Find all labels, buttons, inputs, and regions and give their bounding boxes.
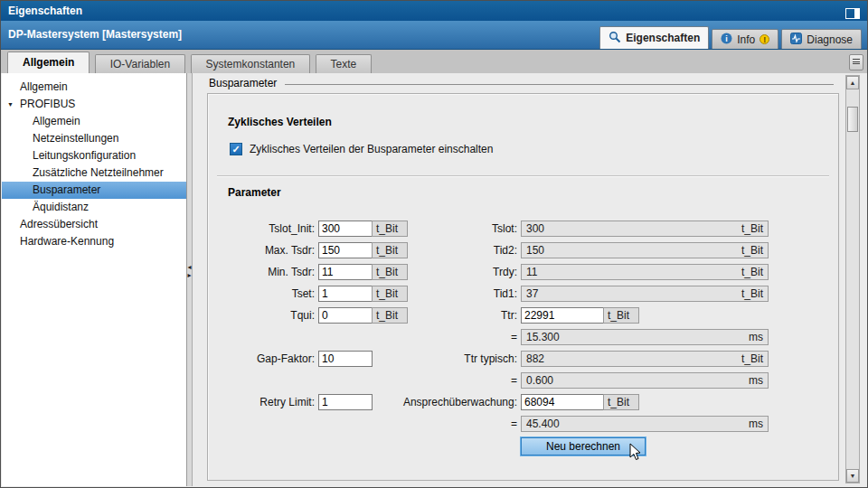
- ansprech-ms-field: 45.400ms: [521, 416, 769, 432]
- header-bar: DP-Mastersystem [Mastersystem] Eigenscha…: [1, 21, 867, 50]
- field-label: Tslot:: [353, 219, 517, 239]
- field-value: 882: [526, 352, 544, 365]
- unit-label: t_Bit: [741, 352, 763, 365]
- field-value: 37: [526, 287, 538, 300]
- field-label: Tqui:: [217, 305, 315, 325]
- tree-item-label: Leitungskonfiguration: [33, 149, 136, 162]
- cyclic-heading: Zyklisches Verteilen: [228, 116, 332, 128]
- field-label: Tset:: [217, 284, 315, 304]
- field-label: Trdy:: [353, 262, 517, 282]
- tree-item-netzeinstellungen[interactable]: Netzeinstellungen: [2, 130, 186, 147]
- tab-eigenschaften-label: Eigenschaften: [626, 32, 700, 44]
- unit-label: ms: [749, 374, 763, 387]
- param-row: Neu berechnen: [217, 436, 829, 457]
- field-label: Ansprechüberwachung:: [353, 392, 517, 412]
- options-icon: [853, 59, 860, 64]
- param-row: = 45.400ms: [217, 414, 829, 436]
- title-bar: Eigenschaften: [1, 1, 867, 21]
- header-tab-group: Eigenschaften i Info ! Diagnose: [597, 26, 862, 49]
- tree-item-leitungskonfiguration[interactable]: Leitungskonfiguration: [2, 147, 186, 164]
- tree-item-label: Busparameter: [33, 183, 100, 196]
- tree-item-adressuebersicht[interactable]: Adressübersicht: [2, 216, 186, 233]
- field-label: Gap-Faktor:: [217, 349, 315, 369]
- vertical-scrollbar[interactable]: ▲ ▼: [845, 75, 860, 483]
- tab-io-variablen-label: IO-Variablen: [110, 58, 170, 70]
- tab-allgemein-label: Allgemein: [23, 56, 74, 69]
- tab-texte-label: Texte: [331, 58, 357, 70]
- param-row: Retry Limit: Ansprechüberwachung: t_Bit: [217, 392, 829, 414]
- splitter-collapse-icon[interactable]: ◂▸: [186, 263, 193, 279]
- param-row: Max. Tsdr: t_Bit Tid2: 150t_Bit: [217, 240, 829, 262]
- unit-label: t_Bit: [741, 287, 763, 300]
- field-value: 11: [526, 266, 537, 278]
- unit-label: t_Bit: [741, 266, 763, 278]
- param-row: = 15.300ms: [217, 327, 829, 349]
- ansprechueberwachung-input[interactable]: [521, 394, 604, 410]
- window-title: Eigenschaften: [8, 5, 82, 17]
- tree-item-profibus-allgemein[interactable]: Allgemein: [2, 113, 186, 130]
- field-value: 300: [526, 222, 544, 235]
- section-title: Busparameter: [209, 77, 277, 89]
- diagnose-icon: [790, 33, 802, 47]
- param-row: Tqui: t_Bit Ttr: t_Bit: [217, 305, 829, 327]
- field-label: Tslot_Init:: [217, 219, 315, 239]
- tab-strip: Allgemein IO-Variablen Systemkonstanten …: [1, 50, 867, 73]
- field-value: 45.400: [526, 418, 560, 430]
- tab-allgemein[interactable]: Allgemein: [7, 52, 90, 73]
- tab-diagnose-label: Diagnose: [807, 33, 853, 46]
- tree-item-label: Netzeinstellungen: [33, 132, 118, 145]
- magnifier-icon: [609, 31, 621, 46]
- field-label: =: [353, 327, 517, 347]
- field-label: =: [353, 414, 517, 434]
- unit-label: t_Bit: [741, 244, 763, 257]
- neu-berechnen-button[interactable]: Neu berechnen: [521, 437, 646, 455]
- tree-item-zusaetzliche-netzteilnehmer[interactable]: Zusätzliche Netzteilnehmer: [2, 164, 186, 182]
- content-pane: Busparameter Zyklisches Verteilen ✓ Zykl…: [193, 73, 866, 486]
- ttr-typisch-field: 882t_Bit: [521, 351, 769, 367]
- param-row: = 0.600ms: [217, 371, 829, 392]
- parameter-rows: Tslot_Init: t_Bit Tslot: 300t_Bit Max. T…: [217, 219, 829, 457]
- tree-item-aequidistanz[interactable]: Äquidistanz: [2, 199, 186, 216]
- tree-item-busparameter[interactable]: Busparameter: [2, 182, 186, 199]
- scrollbar-thumb[interactable]: [847, 107, 858, 132]
- tab-info[interactable]: i Info !: [712, 29, 778, 49]
- tree-item-profibus[interactable]: ▼ PROFIBUS: [2, 96, 186, 113]
- field-value: 150: [526, 244, 544, 257]
- tree-item-label: Äquidistanz: [33, 201, 89, 213]
- param-row: Tset: t_Bit Tid1: 37t_Bit: [217, 284, 829, 305]
- cyclic-checkbox[interactable]: ✓: [230, 143, 242, 155]
- ttr-input[interactable]: [521, 307, 604, 324]
- field-label: Ttr:: [353, 305, 517, 325]
- tree-item-label: Adressübersicht: [20, 218, 98, 230]
- svg-text:i: i: [726, 34, 729, 43]
- tab-info-label: Info: [737, 33, 755, 46]
- param-row: Min. Tsdr: t_Bit Trdy: 11t_Bit: [217, 262, 829, 284]
- properties-window: Eigenschaften DP-Mastersystem [Mastersys…: [0, 0, 868, 488]
- options-button[interactable]: [849, 54, 863, 70]
- tab-io-variablen[interactable]: IO-Variablen: [95, 54, 185, 73]
- scroll-down-button[interactable]: ▼: [846, 469, 859, 483]
- field-label: Max. Tsdr:: [217, 240, 315, 260]
- navigation-tree: Allgemein ▼ PROFIBUS Allgemein Netzeinst…: [2, 73, 187, 486]
- ttr-typisch-ms-field: 0.600ms: [521, 372, 769, 389]
- unit-label: t_Bit: [603, 307, 639, 324]
- tree-item-allgemein[interactable]: Allgemein: [2, 79, 186, 96]
- tab-texte[interactable]: Texte: [316, 54, 373, 73]
- tab-eigenschaften[interactable]: Eigenschaften: [599, 26, 709, 49]
- field-label: Tid2:: [353, 240, 517, 260]
- tree-item-hardware-kennung[interactable]: Hardware-Kennung: [2, 233, 186, 250]
- busparameter-panel: Zyklisches Verteilen ✓ Zyklisches Vertei…: [207, 93, 839, 481]
- tid2-field: 150t_Bit: [521, 242, 769, 258]
- warning-badge-icon: !: [760, 34, 769, 44]
- expand-caret-icon[interactable]: ▼: [7, 96, 14, 113]
- unit-label: ms: [749, 418, 763, 430]
- tid1-field: 37t_Bit: [521, 286, 769, 302]
- tree-item-label: Hardware-Kennung: [20, 235, 114, 248]
- unit-label: ms: [749, 331, 763, 343]
- field-value: 15.300: [526, 331, 560, 343]
- tab-diagnose[interactable]: Diagnose: [781, 29, 862, 49]
- scroll-up-button[interactable]: ▲: [846, 76, 859, 89]
- tab-systemkonstanten[interactable]: Systemkonstanten: [191, 54, 311, 73]
- info-icon: i: [721, 33, 732, 47]
- tab-systemkonstanten-label: Systemkonstanten: [206, 58, 296, 70]
